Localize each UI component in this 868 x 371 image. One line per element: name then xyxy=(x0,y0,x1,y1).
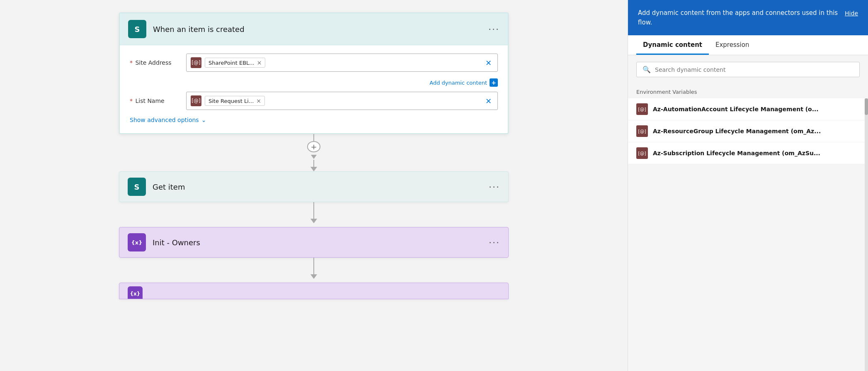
trigger-card-header: S When an item is created ··· xyxy=(120,13,508,45)
trigger-card: S When an item is created ··· * Site Add… xyxy=(119,12,509,134)
section-label-env-vars: Environment Variables xyxy=(628,84,868,98)
search-icon: 🔍 xyxy=(643,66,651,73)
env-var-2-label: Az-ResourceGroup Lifecycle Management (o… xyxy=(653,128,821,134)
site-address-label: * Site Address xyxy=(130,59,179,66)
scroll-thumb[interactable] xyxy=(865,98,868,115)
env-var-3-label: Az-Subscription Lifecycle Management (om… xyxy=(653,150,820,156)
arrow-down-2 xyxy=(310,219,317,223)
site-address-input[interactable]: [@] SharePoint EBL... × ✕ xyxy=(186,54,498,72)
env-var-1-icon: [@] xyxy=(636,103,648,115)
get-item-card-header: S Get item ··· xyxy=(119,172,508,202)
tab-expression[interactable]: Expression xyxy=(709,35,756,55)
panel-hide-button[interactable]: Hide xyxy=(845,8,858,18)
init-owners-card: {x} Init - Owners ··· xyxy=(119,227,509,258)
scroll-track xyxy=(865,98,868,371)
partial-card-icon: {x} xyxy=(128,286,143,299)
site-address-row: * Site Address [@] SharePoint EBL... × ✕ xyxy=(130,54,498,72)
search-box: 🔍 xyxy=(636,62,860,77)
add-dynamic-link[interactable]: Add dynamic content + xyxy=(429,78,498,87)
arrow-down-3 xyxy=(310,274,317,279)
list-item[interactable]: [@] Az-AutomationAccount Lifecycle Manag… xyxy=(628,98,868,120)
line-3 xyxy=(313,202,314,219)
init-owners-card-menu[interactable]: ··· xyxy=(489,237,500,248)
connector-3 xyxy=(310,258,317,283)
show-advanced-options[interactable]: Show advanced options ⌄ xyxy=(130,117,498,123)
tab-dynamic-content[interactable]: Dynamic content xyxy=(636,35,709,55)
env-var-3-icon: [@] xyxy=(636,147,648,159)
list-name-tag: Site Request Li... × xyxy=(205,96,265,106)
get-item-card-menu[interactable]: ··· xyxy=(489,182,500,192)
list-name-row: * List Name [@] Site Request Li... × ✕ xyxy=(130,92,498,110)
init-owners-card-title: Init - Owners xyxy=(153,238,482,247)
list-name-input[interactable]: [@] Site Request Li... × ✕ xyxy=(186,92,498,110)
add-dynamic-row: Add dynamic content + xyxy=(130,78,498,87)
site-address-value-icon: [@] xyxy=(191,57,201,68)
list-item[interactable]: [@] Az-ResourceGroup Lifecycle Managemen… xyxy=(628,120,868,142)
get-item-card-icon: S xyxy=(128,178,146,196)
env-var-1-label: Az-AutomationAccount Lifecycle Managemen… xyxy=(653,106,819,112)
arrow-down-1 xyxy=(310,167,317,171)
panel-search-area: 🔍 xyxy=(628,55,868,84)
init-owners-card-header: {x} Init - Owners ··· xyxy=(119,227,508,257)
panel-tabs: Dynamic content Expression xyxy=(628,35,868,55)
trigger-card-menu[interactable]: ··· xyxy=(488,24,499,34)
get-item-card-title: Get item xyxy=(153,183,482,191)
flow-canvas: S When an item is created ··· * Site Add… xyxy=(0,0,628,371)
list-item[interactable]: [@] Az-Subscription Lifecycle Management… xyxy=(628,142,868,164)
env-var-2-icon: [@] xyxy=(636,125,648,137)
list-name-value-icon: [@] xyxy=(191,95,201,106)
add-dynamic-plus-icon: + xyxy=(490,78,498,87)
partial-card: {x} xyxy=(119,283,509,299)
get-item-card: S Get item ··· xyxy=(119,171,509,202)
list-name-required: * xyxy=(130,98,133,104)
list-name-label: * List Name xyxy=(130,98,179,104)
site-address-clear[interactable]: ✕ xyxy=(484,59,493,67)
connector-1: + xyxy=(307,134,320,171)
panel-header-text: Add dynamic content from the apps and co… xyxy=(638,8,838,27)
init-owners-card-icon: {x} xyxy=(128,233,146,251)
trigger-card-body: * Site Address [@] SharePoint EBL... × ✕… xyxy=(120,45,508,133)
list-name-tag-remove[interactable]: × xyxy=(256,98,261,104)
dynamic-panel: Add dynamic content from the apps and co… xyxy=(628,0,868,371)
chevron-down-icon: ⌄ xyxy=(201,117,206,123)
site-address-tag-remove[interactable]: × xyxy=(257,59,262,66)
trigger-card-title: When an item is created xyxy=(153,25,482,34)
add-step-button-1[interactable]: + xyxy=(307,141,320,152)
search-input[interactable] xyxy=(655,66,853,73)
line-1 xyxy=(313,134,314,141)
list-name-clear[interactable]: ✕ xyxy=(484,97,493,105)
line-4 xyxy=(313,258,314,274)
panel-header: Add dynamic content from the apps and co… xyxy=(628,0,868,35)
line-2 xyxy=(313,160,314,167)
site-address-tag: SharePoint EBL... × xyxy=(205,58,265,68)
connector-2 xyxy=(310,202,317,227)
trigger-card-icon: S xyxy=(128,20,146,38)
panel-scroll-area: [@] Az-AutomationAccount Lifecycle Manag… xyxy=(628,98,868,371)
site-address-required: * xyxy=(130,59,133,66)
